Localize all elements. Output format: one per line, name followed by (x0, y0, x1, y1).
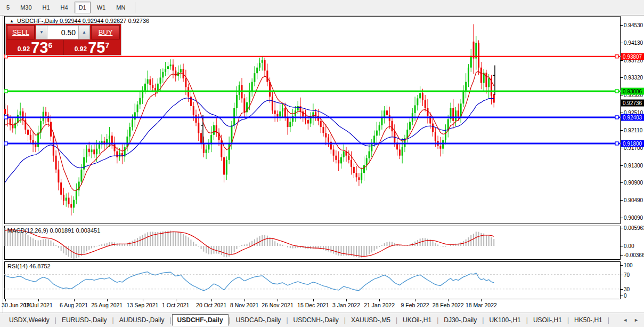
candle-down (198, 123, 199, 133)
buy-price[interactable]: 0.92 75 7 (64, 40, 120, 55)
level-line-handle[interactable] (4, 116, 7, 119)
candle-up (310, 117, 312, 123)
candle-down (358, 177, 360, 180)
level-line-handle[interactable] (615, 90, 618, 93)
current-price-badge: 0.92736 (621, 99, 644, 106)
candle-up (376, 131, 378, 136)
candle-down (266, 70, 268, 82)
buy-price-prefix: 0.92 (75, 44, 87, 54)
sell-button[interactable]: SELL (7, 25, 35, 39)
candle-down (328, 138, 329, 142)
candle-up (14, 123, 16, 129)
candle-up (262, 60, 263, 63)
candle-down (190, 97, 192, 106)
candle-down (68, 198, 70, 204)
candle-down (432, 124, 434, 132)
sell-price[interactable]: 0.92 73 6 (7, 40, 63, 55)
candle-up (229, 143, 230, 160)
candle-up (109, 135, 110, 139)
candle-up (43, 112, 44, 121)
candle-down (27, 130, 29, 135)
candle-down (323, 127, 324, 133)
candle-up (170, 65, 172, 66)
candle-up (73, 200, 75, 208)
candle-up (213, 125, 215, 135)
rsi-label: RSI(14) 46.8752 (7, 263, 51, 269)
level-line-handle[interactable] (615, 142, 618, 145)
candle-down (152, 85, 153, 88)
macd-values: 0.001891 0.003451 (50, 227, 100, 234)
ma-slow-line (5, 98, 494, 182)
candle-down (325, 133, 327, 137)
candle-up (86, 149, 87, 157)
level-line-handle[interactable] (615, 55, 618, 58)
candle-up (297, 106, 299, 110)
level-line-handle[interactable] (4, 142, 7, 145)
candle-up (488, 78, 490, 87)
level-price-badge: 0.93006 (621, 87, 644, 94)
candle-down (299, 106, 301, 111)
candle-down (425, 100, 426, 108)
candle-down (149, 79, 151, 85)
candle-up (208, 145, 209, 150)
candle-down (452, 108, 454, 121)
candle-down (114, 143, 116, 151)
candle-up (129, 127, 131, 137)
candle-down (272, 97, 273, 110)
buy-price-main: 75 (88, 41, 105, 54)
sell-price-pipette: 6 (48, 36, 52, 54)
candle-down (116, 151, 118, 157)
candle-up (366, 158, 368, 165)
candle-up (340, 157, 342, 163)
level-price-badge: 0.91800 (621, 140, 644, 147)
candle-up (384, 110, 385, 117)
candle-down (478, 43, 479, 67)
candle-up (160, 77, 161, 83)
candle-down (315, 112, 316, 116)
candle-down (335, 156, 337, 160)
candle-down (350, 160, 352, 167)
level-line-handle[interactable] (615, 116, 618, 119)
candle-down (392, 121, 393, 132)
candle-up (470, 56, 472, 68)
candle-down (264, 60, 266, 71)
candle-down (35, 145, 36, 147)
candle-up (259, 63, 260, 68)
candle-down (12, 125, 13, 129)
candle-down (45, 112, 46, 116)
candle-down (276, 114, 278, 117)
candle-down (30, 135, 31, 140)
candle-up (80, 170, 82, 182)
candle-up (157, 84, 159, 91)
candle-up (239, 85, 240, 95)
volume-increase-icon[interactable]: ▲ (78, 26, 89, 39)
candle-down (307, 120, 309, 124)
candle-down (4, 109, 6, 114)
candle-up (468, 68, 469, 82)
candle-up (379, 125, 380, 131)
candle-down (154, 88, 156, 91)
macd-label: MACD(12,26,9) 0.001891 0.003451 (7, 227, 100, 234)
candle-down (70, 204, 72, 208)
volume-decrease-icon[interactable]: ▼ (36, 26, 47, 39)
level-price-badge: 0.92403 (621, 114, 644, 121)
candle-up (442, 140, 444, 148)
candle-down (50, 122, 52, 137)
candle-down (175, 70, 176, 76)
candle-up (96, 149, 97, 155)
candle-up (147, 79, 149, 84)
candle-down (172, 65, 174, 70)
candle-down (195, 115, 197, 123)
candle-up (402, 147, 403, 155)
candle-up (343, 151, 345, 157)
candle-down (274, 110, 276, 114)
candle-down (333, 149, 335, 155)
level-line-handle[interactable] (4, 90, 7, 93)
candle-up (371, 143, 372, 151)
candle-down (111, 135, 113, 143)
candle-down (58, 170, 59, 182)
candle-up (139, 98, 141, 105)
candle-up (465, 82, 467, 91)
rsi-value: 46.8752 (29, 263, 51, 269)
candle-up (455, 110, 456, 121)
